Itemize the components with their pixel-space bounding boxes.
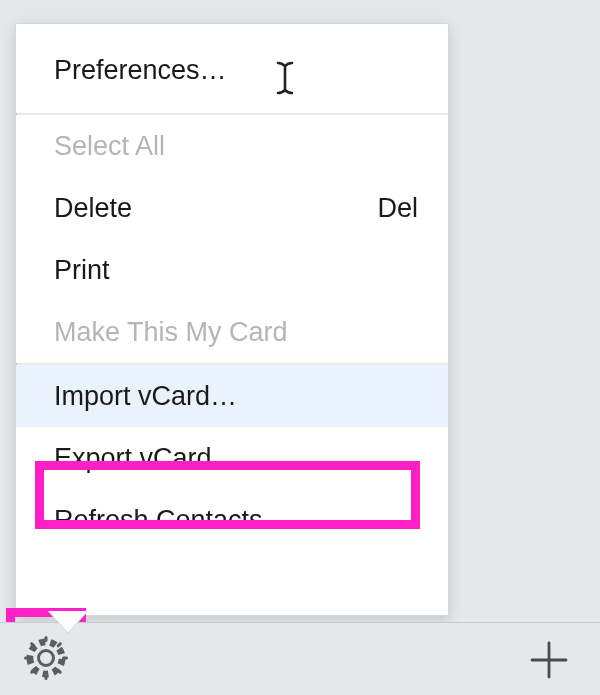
footer-bar bbox=[0, 622, 600, 695]
menu-item-label: Export vCard… bbox=[54, 427, 239, 489]
menu-item-make-my-card: Make This My Card bbox=[16, 301, 448, 363]
menu-item-label: Preferences… bbox=[54, 40, 227, 100]
settings-button[interactable] bbox=[18, 630, 74, 686]
menu-item-export-vcard[interactable]: Export vCard… bbox=[16, 427, 448, 489]
menu-item-label: Print bbox=[54, 239, 110, 301]
menu-item-shortcut: Del bbox=[377, 177, 418, 239]
menu-item-preferences[interactable]: Preferences… bbox=[16, 40, 448, 100]
menu-item-select-all: Select All bbox=[16, 115, 448, 177]
settings-menu-popup: Preferences… Select All Delete Del Print… bbox=[15, 23, 449, 616]
menu-item-print[interactable]: Print bbox=[16, 239, 448, 301]
menu-item-label: Import vCard… bbox=[54, 365, 237, 427]
menu-item-label: Make This My Card bbox=[54, 301, 288, 363]
add-button[interactable] bbox=[522, 633, 576, 687]
menu-item-import-vcard[interactable]: Import vCard… bbox=[16, 365, 448, 427]
menu-item-label: Select All bbox=[54, 115, 165, 177]
menu-item-refresh-contacts[interactable]: Refresh Contacts bbox=[16, 489, 448, 551]
menu-item-delete[interactable]: Delete Del bbox=[16, 177, 448, 239]
gear-icon bbox=[24, 636, 68, 680]
plus-icon bbox=[529, 640, 569, 680]
menu-item-label: Delete bbox=[54, 177, 132, 239]
menu-item-label: Refresh Contacts bbox=[54, 489, 263, 551]
